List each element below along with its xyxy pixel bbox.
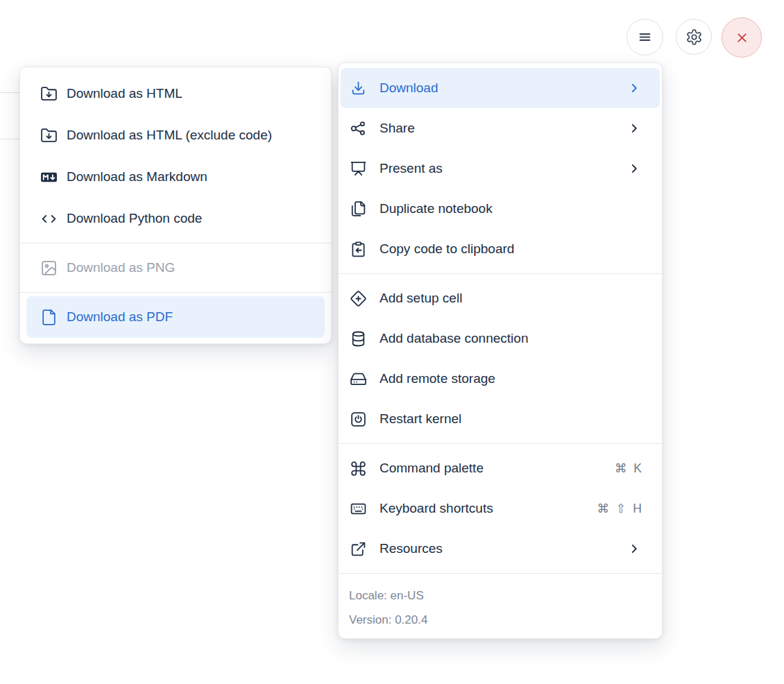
version-text: Version: 0.20.4 bbox=[349, 608, 662, 632]
background-rule bbox=[0, 92, 20, 93]
menu-item-label: Download bbox=[380, 80, 614, 96]
clipboard-copy-icon bbox=[350, 241, 367, 258]
shortcut-hint: ⌘ K bbox=[615, 461, 642, 476]
x-icon bbox=[733, 29, 751, 46]
command-icon bbox=[350, 460, 367, 477]
hard-drive-icon bbox=[350, 370, 367, 388]
menu-item-label: Download as PDF bbox=[67, 309, 173, 325]
chevron-right-icon bbox=[627, 541, 642, 556]
code-brackets-icon bbox=[40, 210, 58, 228]
settings-button[interactable] bbox=[676, 19, 712, 55]
menu-separator bbox=[20, 292, 331, 293]
background-rule bbox=[0, 139, 20, 139]
menu-item-label: Share bbox=[380, 121, 614, 136]
presentation-icon bbox=[350, 160, 367, 178]
menu-item-label: Download as Markdown bbox=[67, 169, 207, 185]
database-icon bbox=[350, 330, 367, 348]
menu-footer: Locale: en-US Version: 0.20.4 bbox=[339, 578, 662, 633]
menu-item-label: Download Python code bbox=[67, 211, 202, 226]
gear-icon bbox=[685, 28, 703, 46]
menu-item-download-as-markdown[interactable]: Download as Markdown bbox=[26, 156, 325, 198]
menu-item-label: Download as HTML (exclude code) bbox=[67, 128, 272, 143]
file-icon bbox=[40, 309, 58, 326]
menu-item-present-as[interactable]: Present as bbox=[341, 148, 660, 189]
menu-item-share[interactable]: Share bbox=[341, 108, 660, 148]
download-submenu: Download as HTML Download as HTML (exclu… bbox=[19, 67, 332, 344]
hamburger-icon bbox=[636, 28, 654, 46]
markdown-badge-icon bbox=[40, 169, 58, 186]
menu-separator bbox=[339, 443, 662, 444]
download-icon bbox=[350, 80, 367, 97]
menu-item-label: Present as bbox=[380, 161, 614, 176]
menu-item-keyboard-shortcuts[interactable]: Keyboard shortcuts ⌘ ⇧ H bbox=[341, 488, 660, 529]
chevron-right-icon bbox=[627, 80, 642, 96]
menu-separator bbox=[20, 243, 331, 243]
folder-download-icon bbox=[40, 85, 58, 103]
menu-item-label: Copy code to clipboard bbox=[380, 241, 642, 257]
diamond-plus-icon bbox=[350, 290, 367, 307]
menu-item-label: Restart kernel bbox=[380, 411, 642, 427]
keyboard-icon bbox=[350, 500, 367, 518]
menu-separator bbox=[339, 573, 662, 574]
menu-item-label: Add setup cell bbox=[380, 291, 642, 306]
external-link-icon bbox=[350, 540, 367, 558]
menu-item-download[interactable]: Download bbox=[341, 68, 660, 108]
menu-item-add-setup-cell[interactable]: Add setup cell bbox=[341, 278, 660, 318]
menu-separator bbox=[339, 273, 662, 274]
menu-item-duplicate-notebook[interactable]: Duplicate notebook bbox=[341, 189, 660, 229]
menu-item-resources[interactable]: Resources bbox=[341, 529, 660, 569]
notebook-actions-menu: Download Share Present as Duplicate note… bbox=[338, 62, 663, 639]
shortcut-hint: ⌘ ⇧ H bbox=[597, 502, 642, 516]
menu-item-download-python-code[interactable]: Download Python code bbox=[26, 198, 325, 239]
chevron-right-icon bbox=[627, 161, 642, 176]
close-button[interactable] bbox=[722, 17, 762, 58]
menu-item-copy-code-to-clipboard[interactable]: Copy code to clipboard bbox=[341, 229, 660, 269]
menu-item-download-as-html-exclude-code[interactable]: Download as HTML (exclude code) bbox=[26, 114, 325, 156]
menu-item-restart-kernel[interactable]: Restart kernel bbox=[341, 399, 660, 439]
menu-item-label: Duplicate notebook bbox=[380, 201, 642, 216]
locale-text: Locale: en-US bbox=[349, 583, 662, 608]
menu-item-download-as-html[interactable]: Download as HTML bbox=[26, 73, 325, 114]
menu-item-label: Resources bbox=[380, 541, 614, 556]
menu-button[interactable] bbox=[627, 19, 663, 55]
chevron-right-icon bbox=[627, 121, 642, 136]
menu-item-add-remote-storage[interactable]: Add remote storage bbox=[341, 359, 660, 399]
menu-item-download-as-pdf[interactable]: Download as PDF bbox=[26, 296, 325, 338]
share-icon bbox=[350, 120, 367, 137]
image-icon bbox=[40, 259, 58, 277]
menu-item-command-palette[interactable]: Command palette ⌘ K bbox=[341, 448, 660, 488]
menu-item-label: Download as HTML bbox=[67, 86, 182, 101]
menu-item-download-as-png[interactable]: Download as PNG bbox=[26, 247, 325, 289]
menu-item-label: Command palette bbox=[380, 461, 602, 476]
power-square-icon bbox=[350, 411, 367, 428]
duplicate-icon bbox=[350, 200, 367, 218]
menu-item-label: Add database connection bbox=[380, 331, 642, 346]
menu-item-label: Add remote storage bbox=[380, 371, 642, 386]
menu-item-label: Keyboard shortcuts bbox=[380, 501, 584, 516]
menu-item-label: Download as PNG bbox=[67, 260, 175, 275]
menu-item-add-database-connection[interactable]: Add database connection bbox=[341, 318, 660, 359]
folder-download-icon bbox=[40, 127, 58, 144]
